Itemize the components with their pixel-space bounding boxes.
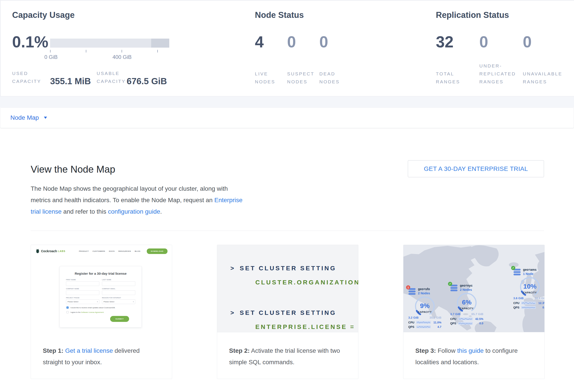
mini-form-title: Register for a 30-day trial license xyxy=(60,272,142,275)
mini-field-label: REASON FOR INTEREST xyxy=(102,297,135,299)
qps-sparkline xyxy=(416,325,431,328)
capacity-gauge-label: CAPACITY xyxy=(523,291,537,294)
capacity-bar-chart: 0 GiB 400 GiB xyxy=(50,38,169,65)
mini-site-brand: Cockroach xyxy=(41,249,57,253)
mini-site-header: Cockroach LABS PRODUCT CUSTOMERS DOCS RE… xyxy=(36,248,167,255)
mini-checkbox-label: I agree to the Software License Agreemen… xyxy=(70,311,104,313)
mini-site-nav: PRODUCT CUSTOMERS DOCS RESOURCES BLOG DO… xyxy=(79,248,167,254)
configuration-guide-link[interactable]: configuration guide xyxy=(108,208,160,215)
axis-tick xyxy=(50,50,51,53)
mini-field-label: LAST NAME xyxy=(102,279,135,280)
capacity-gauge-label: CAPACITY xyxy=(460,307,473,310)
mini-nav-docs: DOCS xyxy=(109,250,115,252)
mini-text-input xyxy=(66,290,99,295)
capacity-total-gib: 35.1 GiB xyxy=(430,316,441,319)
qps-label: QPS xyxy=(408,325,416,329)
total-ranges-count: 32 xyxy=(436,33,479,51)
cpu-sparkline xyxy=(458,317,473,320)
locality-nodes: 2 Nodes xyxy=(418,291,430,295)
suspect-nodes-label: SUSPECT NODES xyxy=(287,70,319,86)
database-icon xyxy=(408,288,416,295)
usable-capacity-label: USABLE CAPACITY xyxy=(97,70,127,85)
capacity-gauge: 6% CAPACITY xyxy=(453,292,480,312)
panel-spacer-band xyxy=(0,96,574,107)
dead-nodes-label: DEAD NODES xyxy=(319,70,351,86)
mini-select: Please Select ▾ xyxy=(66,299,99,304)
database-icon xyxy=(513,269,521,275)
section-divider xyxy=(31,231,544,231)
cpu-sparkline xyxy=(521,302,536,304)
mini-field-label: COMPANY NAME xyxy=(66,288,99,289)
mini-field-first-name: FIRST NAME xyxy=(66,279,99,286)
node-map-illustration: 1 geo=sfo 2 Nodes 9% CAPACITY 3.2 GiB35.… xyxy=(403,245,544,332)
enterprise-trial-button[interactable]: GET A 30-DAY ENTERPRISE TRIAL xyxy=(408,160,544,177)
usable-capacity-value: 676.5 GiB xyxy=(127,76,167,86)
capacity-gauge: 9% CAPACITY xyxy=(411,296,438,316)
mini-checkbox-agreement: I agree to the Software License Agreemen… xyxy=(66,311,142,313)
mini-select: Please Select ▾ xyxy=(102,299,135,304)
qps-sparkline xyxy=(521,306,536,309)
capacity-total-gib: 65.7 GiB xyxy=(472,312,483,316)
cpu-label: CPU xyxy=(513,301,521,305)
replication-status-title: Replication Status xyxy=(436,10,509,20)
cpu-value: 42.5% xyxy=(475,317,483,320)
mini-select-value: Please Select xyxy=(67,301,78,303)
description-text: and refer to this xyxy=(62,208,108,215)
trial-signup-screenshot: Cockroach LABS PRODUCT CUSTOMERS DOCS RE… xyxy=(31,245,172,332)
this-guide-link[interactable]: this guide xyxy=(457,347,484,354)
sql-prompt: > xyxy=(230,265,235,272)
locality-nodes: 1 Node xyxy=(523,272,533,276)
step1-card: Cockroach LABS PRODUCT CUSTOMERS DOCS RE… xyxy=(31,245,172,379)
capacity-percent: 10% xyxy=(523,283,536,290)
step3-caption: Step 3: Follow this guide to configure l… xyxy=(403,332,544,368)
sql-command: SET CLUSTER SETTING xyxy=(240,309,336,316)
mini-field-company-email: COMPANY EMAIL xyxy=(102,288,135,295)
view-selector-label: Node Map xyxy=(10,114,39,121)
cockroach-logo-icon xyxy=(36,249,40,253)
mini-checkbox-updates: ✓ I would like to receive email updates … xyxy=(66,306,142,309)
mini-field-label: PROJECT PHASE xyxy=(66,297,99,299)
capacity-gauge: 10% CAPACITY xyxy=(516,276,543,296)
mini-nav-product: PRODUCT xyxy=(79,250,89,252)
axis-tick xyxy=(122,50,122,53)
live-nodes-count: 4 xyxy=(255,33,287,51)
under-replicated-ranges-count: 0 xyxy=(479,33,523,51)
capacity-usage-title: Capacity Usage xyxy=(12,10,75,20)
capacity-total-gib: 34.4 GiB xyxy=(534,297,544,300)
capacity-used-gib: 3.2 GiB xyxy=(408,316,419,319)
cluster-summary-panel: Capacity Usage 0.1% 0 GiB 400 GiB USED C… xyxy=(0,0,574,96)
cpu-value: 12.3% xyxy=(538,301,544,305)
mini-submit-button: SUBMIT xyxy=(110,316,129,322)
qps-label: QPS xyxy=(450,322,458,325)
step2-caption: Step 2: Activate the trial license with … xyxy=(217,332,358,368)
mini-nav-blog: BLOG xyxy=(135,250,140,252)
unavailable-ranges-label: UNAVAILABLE RANGES xyxy=(523,70,566,86)
mini-select-caret-icon: ▾ xyxy=(97,301,98,303)
under-replicated-ranges-label: UNDER-REPLICATED RANGES xyxy=(479,62,523,86)
get-trial-license-link[interactable]: Get a trial license xyxy=(65,347,113,354)
cpu-value: 11.0% xyxy=(433,321,441,324)
trial-steps-cards: Cockroach LABS PRODUCT CUSTOMERS DOCS RE… xyxy=(31,245,545,379)
caption-text: Follow xyxy=(436,347,457,354)
capacity-bar xyxy=(50,38,169,48)
checkbox-checked-icon: ✓ xyxy=(66,306,69,309)
ok-badge-icon: ✓ xyxy=(448,282,452,286)
sql-argument: CLUSTER.ORGANIZATION = xyxy=(255,278,358,287)
locality-name: geo=nyc xyxy=(460,284,472,287)
locality-name: geo=ams xyxy=(523,268,536,271)
description-text: . xyxy=(160,208,162,215)
mini-text-input xyxy=(66,281,99,286)
unavailable-ranges-count: 0 xyxy=(523,33,566,51)
mini-field-reason: REASON FOR INTEREST Please Select ▾ xyxy=(102,297,135,304)
sql-prompt: > xyxy=(230,309,235,316)
dead-nodes-count: 0 xyxy=(319,33,351,51)
mini-select-caret-icon: ▾ xyxy=(133,301,134,303)
caption-text xyxy=(63,347,65,354)
axis-tick-label: 400 GiB xyxy=(113,54,132,60)
capacity-used-gib: 3.7 GiB xyxy=(450,312,461,316)
checkbox-empty-icon xyxy=(66,311,69,313)
view-selector-dropdown[interactable]: Node Map xyxy=(0,107,574,128)
step3-card: 1 geo=sfo 2 Nodes 9% CAPACITY 3.2 GiB35.… xyxy=(403,245,545,379)
step-number: Step 1: xyxy=(43,347,63,354)
node-status-title: Node Status xyxy=(255,10,304,20)
